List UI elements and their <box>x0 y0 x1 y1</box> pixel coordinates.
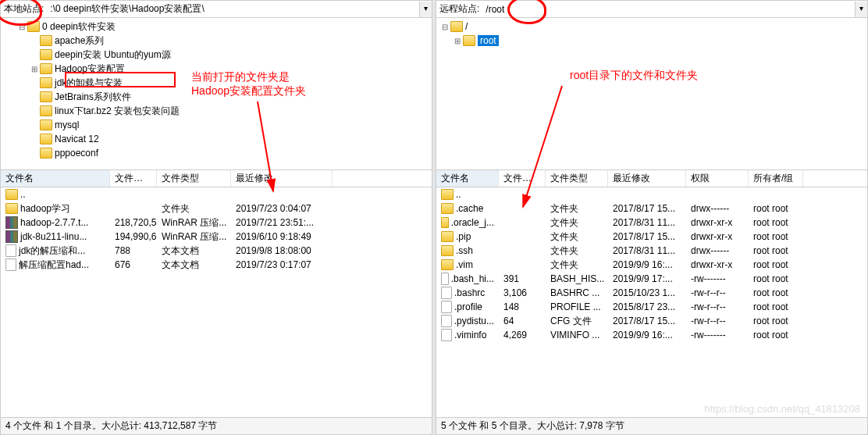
file-name: .ssh <box>456 245 473 256</box>
list-item[interactable]: .. <box>1 187 432 201</box>
file-icon <box>5 259 16 271</box>
tree-item[interactable]: JetBrains系列软件 <box>2 90 430 104</box>
local-path-input[interactable] <box>47 2 419 16</box>
col-header-name[interactable]: 文件名 <box>436 170 499 187</box>
file-name: hadoop学习 <box>20 202 70 216</box>
list-item[interactable]: hadoop学习文件夹2019/7/23 0:04:07 <box>1 201 432 216</box>
file-size <box>110 194 157 195</box>
file-type: CFG 文件 <box>546 314 608 329</box>
tree-label: deepin安装 Ubuntu的yum源 <box>55 48 171 62</box>
local-path-label: 本地站点: <box>1 2 47 16</box>
file-name: .pip <box>456 231 471 242</box>
list-item[interactable]: .cache文件夹2017/8/17 15...drwx------root r… <box>436 201 867 216</box>
list-item[interactable]: .oracle_j...文件夹2017/8/31 11...drwxr-xr-x… <box>436 216 867 230</box>
file-type: 文件夹 <box>546 258 608 273</box>
file-date: 2015/10/23 1... <box>608 287 686 299</box>
file-name: .cache <box>456 203 483 214</box>
col-header-perm[interactable]: 权限 <box>686 170 749 187</box>
file-type: 文件夹 <box>546 216 608 230</box>
file-type: 文件夹 <box>546 244 608 259</box>
tree-item[interactable]: linux下tar.bz2 安装包安装问题 <box>2 104 430 118</box>
list-item[interactable]: jdk的解压缩和...788文本文档2019/9/8 18:08:00 <box>1 244 432 258</box>
file-size <box>499 264 546 266</box>
file-size: 64 <box>499 315 546 327</box>
tree-item[interactable]: ⊟0 deepin软件安装 <box>2 20 430 34</box>
file-name: jdk-8u211-linu... <box>20 231 87 242</box>
file-icon <box>441 287 452 299</box>
list-item[interactable]: .ssh文件夹2017/8/31 11...drwx------root roo… <box>436 244 867 258</box>
list-item[interactable]: .bash_hi...391BASH_HIS...2019/9/9 17:...… <box>436 272 867 286</box>
col-header-type[interactable]: 文件类型 <box>157 170 231 187</box>
remote-path-dropdown[interactable]: ▾ <box>855 2 867 17</box>
col-header-date[interactable]: 最近修改 <box>608 170 686 187</box>
tree-toggle-icon[interactable]: ⊞ <box>29 65 40 73</box>
file-size: 391 <box>499 273 546 285</box>
folder-icon <box>40 63 52 74</box>
file-size <box>499 250 546 251</box>
remote-file-list[interactable]: ...cache文件夹2017/8/17 15...drwx------root… <box>436 187 867 417</box>
folder-icon <box>40 134 52 144</box>
tree-item[interactable]: ⊞root <box>438 34 866 48</box>
local-file-header: 文件名 文件大小 文件类型 最近修改 <box>1 170 432 187</box>
list-item[interactable]: 解压缩配置had...676文本文档2019/7/23 0:17:07 <box>1 258 432 272</box>
file-size <box>110 208 157 209</box>
local-path-dropdown[interactable]: ▾ <box>419 2 432 17</box>
list-item[interactable]: jdk-8u211-linu...194,990,6...WinRAR 压缩..… <box>1 230 432 244</box>
file-perm: drwxr-xr-x <box>686 230 749 243</box>
tree-toggle-icon[interactable]: ⊟ <box>439 23 450 31</box>
file-owner: root root <box>749 216 803 229</box>
file-name: 解压缩配置had... <box>19 259 89 272</box>
tree-item[interactable]: apache系列 <box>2 34 430 48</box>
list-item[interactable]: .pydistu...64CFG 文件2017/8/17 15...-rw-r-… <box>436 314 867 328</box>
list-item[interactable]: .. <box>436 187 867 201</box>
file-date: 2019/6/10 9:18:49 <box>231 230 333 243</box>
col-header-name[interactable]: 文件名 <box>1 170 110 187</box>
file-icon <box>441 329 452 341</box>
file-size <box>499 236 546 237</box>
list-item[interactable]: hadoop-2.7.7.t...218,720,5...WinRAR 压缩..… <box>1 216 432 230</box>
col-header-size[interactable]: 文件大小 <box>110 170 157 187</box>
col-header-type[interactable]: 文件类型 <box>546 170 608 187</box>
file-size: 194,990,6... <box>110 230 157 243</box>
col-header-size[interactable]: 文件大小 <box>499 170 546 187</box>
tree-item[interactable]: jdk的卸载与安装 <box>2 76 430 90</box>
file-date: 2019/9/9 16:... <box>608 329 686 341</box>
file-size: 148 <box>499 301 546 313</box>
file-perm: drwx------ <box>686 244 749 257</box>
file-name: jdk的解压缩和... <box>19 244 85 258</box>
list-item[interactable]: .profile148PROFILE ...2015/8/17 23...-rw… <box>436 300 867 314</box>
folder-icon <box>40 49 52 60</box>
remote-status-bar: 5 个文件 和 5 个目录。大小总计: 7,978 字节 <box>436 417 867 434</box>
tree-item[interactable]: deepin安装 Ubuntu的yum源 <box>2 48 430 62</box>
file-name: .profile <box>454 301 482 312</box>
list-item[interactable]: .viminfo4,269VIMINFO ...2019/9/9 16:...-… <box>436 328 867 342</box>
col-header-owner[interactable]: 所有者/组 <box>749 170 803 187</box>
list-item[interactable]: .bashrc3,106BASHRC ...2015/10/23 1...-rw… <box>436 286 867 300</box>
file-perm: -rw-r--r-- <box>686 287 749 299</box>
file-date: 2019/7/21 23:51:... <box>231 216 333 229</box>
col-header-date[interactable]: 最近修改 <box>231 170 333 187</box>
file-type: 文本文档 <box>157 244 231 259</box>
tree-item[interactable]: Navicat 12 <box>2 132 430 146</box>
file-name: .viminfo <box>454 330 486 341</box>
local-tree[interactable]: ⊟0 deepin软件安装apache系列deepin安装 Ubuntu的yum… <box>1 18 432 170</box>
file-owner: root root <box>749 287 803 299</box>
file-name: .. <box>456 189 461 200</box>
local-file-list[interactable]: ..hadoop学习文件夹2019/7/23 0:04:07hadoop-2.7… <box>1 187 432 417</box>
file-type: WinRAR 压缩... <box>157 216 231 230</box>
tree-label: Hadoop安装配置 <box>55 62 125 76</box>
remote-tree[interactable]: ⊟/⊞root <box>436 18 867 170</box>
remote-path-input[interactable] <box>482 2 855 16</box>
list-item[interactable]: .vim文件夹2019/9/9 16:...drwxr-xr-xroot roo… <box>436 258 867 272</box>
watermark: https://blog.csdn.net/qq_41813208 <box>705 403 861 415</box>
tree-toggle-icon[interactable]: ⊟ <box>16 23 27 31</box>
tree-item[interactable]: ⊞Hadoop安装配置 <box>2 62 430 76</box>
remote-pane: 远程站点: ▾ ⊟/⊞root 文件名 文件大小 文件类型 最近修改 权限 所有… <box>436 0 868 435</box>
tree-item[interactable]: mysql <box>2 118 430 132</box>
file-owner: root root <box>749 259 803 271</box>
folder-icon <box>5 203 18 214</box>
tree-item[interactable]: ⊟/ <box>438 20 866 34</box>
tree-item[interactable]: pppoeconf <box>2 146 430 160</box>
tree-toggle-icon[interactable]: ⊞ <box>452 37 463 45</box>
list-item[interactable]: .pip文件夹2017/8/17 15...drwxr-xr-xroot roo… <box>436 230 867 244</box>
